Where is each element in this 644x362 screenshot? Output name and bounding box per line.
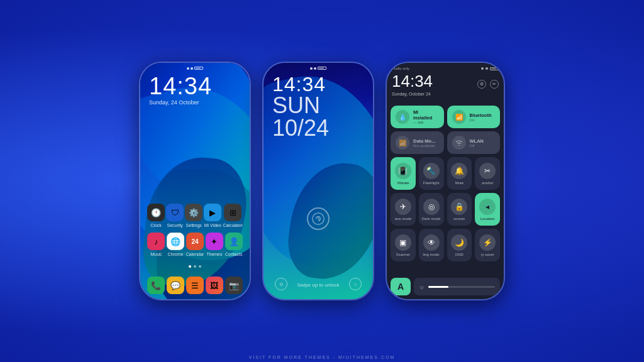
dot-1	[189, 265, 191, 268]
dock-messages-icon: 💬	[167, 277, 184, 294]
cc-gear-icon[interactable]: ⚙	[477, 80, 486, 89]
mi-installed-name: Mi installed	[413, 109, 439, 121]
fingerprint-icon[interactable]	[307, 207, 330, 230]
cc-tile-screenshot[interactable]: ✂ anshot	[475, 157, 500, 190]
cc-tile-bluetooth[interactable]: 📶 Bluetooth On	[447, 106, 501, 128]
app-contacts-icon: 👤	[225, 233, 243, 250]
cc-tile-location[interactable]: ◂ Location	[475, 193, 500, 226]
app-clock[interactable]: 🕐 Clock	[147, 204, 165, 228]
cc-tile-data[interactable]: 📶 Data Mo... Not available	[391, 131, 444, 154]
cc-time-date-group: 14:34 Sunday, October 24	[392, 72, 433, 96]
cc-wifi-icon	[486, 67, 488, 70]
app-calculator-label: Calculator	[223, 223, 243, 228]
app-chrome[interactable]: 🌐 Chrome	[167, 233, 184, 256]
cc-battery-icon	[490, 67, 499, 70]
cc-small-tiles-row-1: 📳 Vibrate 🔦 Flashlight 🔔 Mute ✂	[391, 157, 500, 190]
dock-phone-icon: 📞	[147, 277, 165, 294]
status-icons-1	[187, 67, 203, 70]
cc-header-icons: ⚙ ✏	[477, 80, 499, 89]
lock-camera-icon[interactable]: ○	[349, 278, 362, 290]
app-mi-video-icon: ▶	[204, 204, 221, 221]
airplane-label: ane mode	[395, 217, 412, 221]
status-icons-2	[310, 67, 326, 70]
app-mi-video[interactable]: ▶ Mi Video	[204, 204, 221, 228]
brightness-track	[428, 286, 495, 288]
dock-messages[interactable]: 💬	[167, 277, 184, 294]
cc-small-tiles-row-3: ▣ Scanner 👁 ling mode 🌙 DND ⚡	[391, 229, 500, 261]
app-settings[interactable]: ⚙️ Settings	[185, 204, 203, 228]
cc-tile-wlan[interactable]: WLAN Off	[447, 131, 501, 154]
app-themes[interactable]: ✦ Themes	[206, 233, 223, 256]
app-calculator[interactable]: ⊞ Calculator	[223, 204, 243, 228]
app-row-2: ♪ Music 🌐 Chrome 24 Calendar ✦	[147, 233, 243, 256]
app-calendar[interactable]: 24 Calendar	[186, 233, 204, 256]
dock-files[interactable]: ☰	[186, 277, 204, 294]
mi-installed-text: Mi installed — MB	[413, 109, 439, 124]
wlan-text: WLAN Off	[470, 138, 484, 148]
dock-camera[interactable]: 📷	[225, 277, 243, 294]
signal-icon	[187, 67, 189, 70]
cc-tile-reading-mode[interactable]: 👁 ling mode	[419, 229, 444, 261]
clock-time-1: 14:34	[149, 74, 212, 98]
dock-phone[interactable]: 📞	[147, 277, 165, 294]
app-settings-icon: ⚙️	[185, 204, 203, 221]
cc-tile-mi-installed[interactable]: 💧 Mi installed — MB	[391, 106, 444, 128]
dot-2	[194, 265, 196, 268]
phone-2-shell: 14:34 SUN 10/24 Swipe up to unlo	[262, 62, 374, 300]
cc-tile-vibrate[interactable]: 📳 Vibrate	[391, 157, 416, 190]
app-contacts[interactable]: 👤 Contacts	[225, 233, 243, 256]
cc-time-row: 14:34 Sunday, October 24 ⚙ ✏	[392, 72, 499, 96]
wlan-icon	[452, 136, 466, 150]
status-bar-1	[140, 67, 250, 70]
screen-lock-label: screen	[453, 217, 465, 221]
dnd-icon: 🌙	[451, 234, 467, 251]
app-music-label: Music	[150, 252, 162, 256]
cc-tile-dnd[interactable]: 🌙 DND	[447, 229, 472, 261]
time-display-1: 14:34 Sunday, 24 October	[149, 74, 212, 106]
app-security-label: Security	[167, 223, 182, 228]
page-dots	[189, 265, 201, 268]
battery-icon-2	[318, 67, 326, 70]
mobile-data-sub: Not available	[413, 144, 435, 148]
torch-icon[interactable]: ⊙	[275, 278, 287, 290]
phone-2-screen: 14:34 SUN 10/24 Swipe up to unlo	[264, 63, 373, 299]
cc-edit-icon[interactable]: ✏	[490, 80, 499, 89]
app-calendar-label: Calendar	[186, 252, 204, 256]
app-music[interactable]: ♪ Music	[147, 233, 165, 256]
app-row-1: 🕐 Clock 🛡 Security ⚙️ Settings ▶	[147, 204, 243, 228]
lock-date: 10/24	[272, 117, 329, 140]
lock-clock: 14:34	[272, 74, 329, 94]
brightness-fill	[428, 286, 448, 288]
bluetooth-text: Bluetooth On	[470, 112, 492, 122]
vibrate-label: Vibrate	[397, 181, 409, 185]
app-clock-label: Clock	[150, 223, 162, 228]
phone-2-bg: 14:34 SUN 10/24 Swipe up to unlo	[264, 63, 373, 299]
app-settings-label: Settings	[186, 223, 202, 228]
screenshot-label: anshot	[482, 181, 493, 185]
cc-tile-mute[interactable]: 🔔 Mute	[447, 157, 472, 190]
phone-3-bg: / calls only 14:34 Sunday, October 24	[387, 63, 504, 299]
app-chrome-label: Chrome	[168, 252, 184, 256]
dock-photos-icon: 🖼	[206, 277, 223, 294]
scanner-icon: ▣	[395, 234, 411, 251]
calls-only-label: / calls only	[392, 67, 409, 70]
dark-mode-label: Dark mode	[422, 217, 440, 221]
app-security[interactable]: 🛡 Security	[166, 204, 184, 228]
cc-tile-dark-mode[interactable]: ◎ Dark mode	[419, 193, 444, 226]
cc-tile-airplane[interactable]: ✈ ane mode	[391, 193, 416, 226]
cc-tile-screen-lock[interactable]: 🔒 screen	[447, 193, 472, 226]
mobile-data-name: Data Mo...	[413, 138, 435, 144]
dot-3	[199, 265, 201, 268]
mi-installed-sub: — MB	[413, 121, 439, 124]
app-calendar-icon: 24	[186, 233, 204, 250]
cc-tile-scanner[interactable]: ▣ Scanner	[391, 229, 416, 261]
cc-status-icons	[481, 67, 499, 70]
app-themes-label: Themes	[206, 252, 222, 256]
cc-tile-battery-saver[interactable]: ⚡ ry saver	[475, 229, 500, 261]
cc-tile-flashlight[interactable]: 🔦 Flashlight	[419, 157, 444, 190]
dock-photos[interactable]: 🖼	[206, 277, 223, 294]
brightness-slider[interactable]: ☼	[414, 278, 500, 295]
phone-2: 14:34 SUN 10/24 Swipe up to unlo	[262, 62, 374, 300]
app-grid-1: 🕐 Clock 🛡 Security ⚙️ Settings ▶	[140, 204, 250, 261]
assistant-button[interactable]: A	[391, 278, 411, 295]
